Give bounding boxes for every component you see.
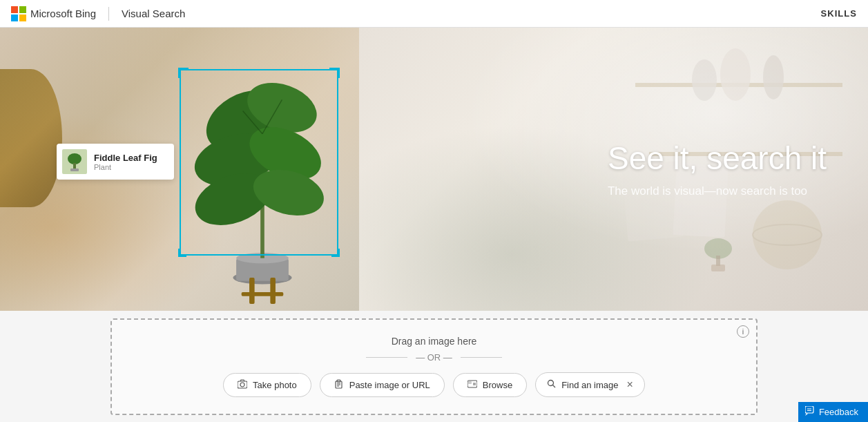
svg-rect-12 (249, 278, 255, 304)
svg-rect-13 (270, 278, 276, 304)
info-card-title: Fiddle Leaf Fig (94, 153, 157, 163)
svg-point-22 (720, 48, 751, 101)
svg-point-23 (763, 55, 784, 99)
header-left: Microsoft Bing Visual Search (11, 6, 185, 21)
hero-headline: See it, search it (608, 141, 827, 176)
logo-blue (11, 15, 18, 21)
hero-left-panel: Fiddle Leaf Fig Plant (0, 28, 359, 311)
info-icon[interactable]: i (737, 325, 749, 338)
svg-point-32 (240, 383, 244, 387)
take-photo-label: Take photo (253, 380, 297, 390)
or-divider: — OR — (366, 352, 502, 363)
logo-red (11, 6, 18, 13)
product-name: Visual Search (122, 8, 185, 19)
bing-logo[interactable]: Microsoft Bing (11, 6, 96, 21)
logo-grid (11, 6, 26, 21)
browse-button[interactable]: Browse (453, 373, 527, 397)
find-image-close[interactable]: × (627, 378, 633, 391)
action-buttons: Take photo Paste image or URL (223, 372, 645, 397)
header: Microsoft Bing Visual Search SKILLS (0, 0, 868, 28)
svg-point-42 (548, 381, 554, 386)
paste-image-button[interactable]: Paste image or URL (320, 373, 445, 397)
brand-name: Microsoft Bing (30, 8, 96, 19)
find-image-field[interactable]: Find an image × (535, 372, 645, 397)
search-icon (547, 379, 556, 390)
info-card-thumbnail (62, 149, 87, 174)
selection-box (180, 69, 338, 256)
hero-section: Fiddle Leaf Fig Plant (0, 28, 868, 311)
logo-green (19, 6, 26, 13)
feedback-icon (805, 406, 815, 418)
svg-rect-39 (468, 381, 472, 384)
upload-section: i Drag an image here — OR — Take photo (0, 311, 868, 422)
paste-image-label: Paste image or URL (349, 380, 430, 390)
basket-decoration (0, 69, 62, 207)
drag-text: Drag an image here (392, 336, 477, 347)
svg-point-21 (692, 59, 717, 101)
upload-dropzone[interactable]: i Drag an image here — OR — Take photo (110, 318, 758, 415)
svg-rect-30 (711, 265, 725, 271)
corner-bl (178, 249, 186, 257)
svg-rect-18 (70, 169, 79, 171)
svg-line-43 (553, 385, 556, 388)
header-divider (108, 7, 109, 21)
camera-icon (238, 379, 247, 391)
corner-br (331, 249, 340, 257)
svg-rect-29 (716, 256, 720, 266)
svg-rect-14 (242, 292, 284, 296)
feedback-button[interactable]: Feedback (798, 402, 868, 422)
hero-subheadline: The world is visual—now search is too (608, 184, 827, 198)
or-label: — OR — (416, 352, 452, 363)
find-image-label: Find an image (561, 380, 618, 390)
take-photo-button[interactable]: Take photo (223, 373, 311, 397)
logo-yellow (19, 15, 26, 21)
svg-point-26 (753, 200, 822, 269)
skills-button[interactable]: SKILLS (821, 8, 857, 19)
or-line-right (461, 357, 502, 358)
hero-text: See it, search it The world is visual—no… (608, 141, 827, 198)
svg-point-16 (68, 153, 81, 164)
feedback-label: Feedback (819, 407, 858, 417)
info-card-content: Fiddle Leaf Fig Plant (94, 153, 157, 171)
info-card[interactable]: Fiddle Leaf Fig Plant (57, 144, 174, 180)
or-line-left (366, 357, 407, 358)
info-card-subtitle: Plant (94, 163, 157, 171)
browse-label: Browse (483, 380, 512, 390)
paste-icon (334, 379, 344, 391)
browse-icon (467, 379, 477, 391)
svg-rect-44 (805, 406, 813, 413)
